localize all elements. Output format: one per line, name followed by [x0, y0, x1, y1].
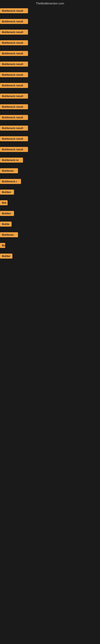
- list-item: Bottleneck result: [0, 18, 100, 29]
- bottleneck-badge[interactable]: Bottleneck result: [0, 62, 28, 66]
- bottleneck-badge[interactable]: Bottlen: [0, 211, 14, 216]
- list-item: Bottlenec: [0, 232, 100, 242]
- list-item: Bottleneck result: [0, 114, 100, 125]
- bottleneck-badge[interactable]: Bottleneck result: [0, 94, 28, 98]
- bottleneck-badge[interactable]: Bottleneck result: [0, 136, 28, 141]
- bottleneck-badge[interactable]: Bo: [0, 243, 5, 248]
- list-item: Bottleneck r: [0, 178, 100, 189]
- list-item: Bot: [0, 200, 100, 210]
- list-item: Bottle: [0, 221, 100, 232]
- list-item: Bottler: [0, 253, 100, 264]
- bottleneck-badge[interactable]: Bottleneck re: [0, 158, 23, 162]
- bottleneck-badge[interactable]: Bottleneck result: [0, 40, 28, 45]
- bottleneck-badge[interactable]: Bottle: [0, 222, 12, 226]
- items-container: Bottleneck resultBottleneck resultBottle…: [0, 8, 100, 264]
- list-item: Bottlen: [0, 189, 100, 200]
- bottleneck-badge[interactable]: Bottleneck result: [0, 8, 28, 13]
- bottleneck-badge[interactable]: Bottleneck r: [0, 179, 21, 184]
- list-item: Bottleneck result: [0, 93, 100, 104]
- bottleneck-badge[interactable]: Bot: [0, 200, 8, 205]
- bottleneck-badge[interactable]: Bottleneck result: [0, 19, 28, 24]
- list-item: Bottleneck result: [0, 82, 100, 93]
- bottleneck-badge[interactable]: Bottleneck result: [0, 147, 28, 152]
- list-item: Bottleneck result: [0, 50, 100, 61]
- site-header: TheBottlenecker.com: [0, 0, 100, 8]
- list-item: Bottleneck re: [0, 157, 100, 168]
- bottleneck-badge[interactable]: Bottleneck result: [0, 83, 28, 88]
- bottleneck-badge[interactable]: Bottleneck result: [0, 72, 28, 77]
- list-item: Bo: [0, 242, 100, 253]
- list-item: Bottleneck result: [0, 146, 100, 157]
- bottleneck-badge[interactable]: Bottlenec: [0, 232, 18, 237]
- list-item: Bottleneck result: [0, 136, 100, 146]
- bottleneck-badge[interactable]: Bottleneck result: [0, 115, 28, 120]
- bottleneck-badge[interactable]: Bottlenec: [0, 168, 18, 173]
- bottleneck-badge[interactable]: Bottleneck result: [0, 126, 28, 130]
- list-item: Bottleneck result: [0, 61, 100, 72]
- bottleneck-badge[interactable]: Bottleneck result: [0, 104, 28, 109]
- bottleneck-badge[interactable]: Bottlen: [0, 190, 14, 194]
- list-item: Bottleneck result: [0, 104, 100, 114]
- bottleneck-badge[interactable]: Bottler: [0, 254, 12, 258]
- list-item: Bottleneck result: [0, 8, 100, 18]
- bottleneck-badge[interactable]: Bottleneck result: [0, 51, 28, 56]
- list-item: Bottleneck result: [0, 125, 100, 136]
- list-item: Bottleneck result: [0, 29, 100, 40]
- list-item: Bottleneck result: [0, 72, 100, 82]
- list-item: Bottleneck result: [0, 40, 100, 50]
- list-item: Bottlen: [0, 210, 100, 221]
- bottleneck-badge[interactable]: Bottleneck result: [0, 30, 28, 34]
- list-item: Bottlenec: [0, 168, 100, 178]
